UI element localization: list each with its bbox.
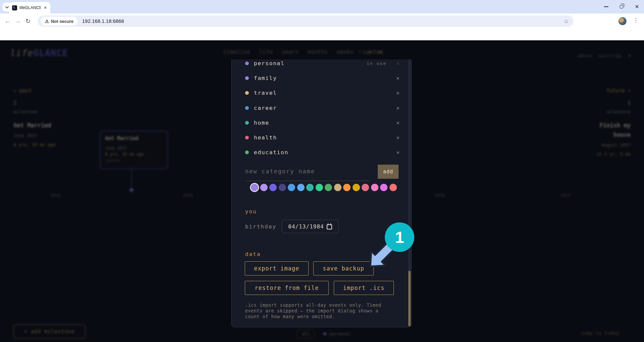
window-controls: ✕ xyxy=(602,0,641,13)
calendar-icon[interactable] xyxy=(327,224,332,229)
forward-button[interactable]: → xyxy=(13,17,23,25)
color-swatch[interactable] xyxy=(389,184,397,191)
category-row: travel ✕ xyxy=(232,86,407,100)
browser-menu-icon[interactable]: ⋮ xyxy=(633,17,639,24)
birthday-label: birthday xyxy=(245,223,282,230)
color-swatch-picker xyxy=(251,183,397,192)
color-swatch[interactable] xyxy=(306,184,314,191)
settings-modal: personal in use ✕ family ✕ travel xyxy=(231,59,412,327)
category-in-use-badge: in use xyxy=(367,61,386,66)
back-button[interactable]: ← xyxy=(3,17,13,25)
category-name: education xyxy=(254,149,288,156)
category-remove-icon[interactable]: ✕ xyxy=(395,75,401,81)
add-category-button[interactable]: add xyxy=(378,165,399,179)
app-page: lifeGLANCE timelinelifeyearsmonthsweeksc… xyxy=(0,40,644,342)
color-swatch[interactable] xyxy=(334,184,341,191)
color-swatch[interactable] xyxy=(279,184,286,191)
category-row: health ✕ xyxy=(232,130,407,145)
warning-icon: ⚠ xyxy=(45,19,49,24)
color-swatch[interactable] xyxy=(380,184,387,191)
tab-close-icon[interactable]: ✕ xyxy=(43,5,48,11)
birthday-date-input[interactable]: 04/13/1984 xyxy=(282,220,338,233)
new-category-section: new category name add xyxy=(245,165,399,181)
url-text: 192.168.1.18:6868 xyxy=(82,18,124,24)
annotation-step-number: 1 xyxy=(395,228,404,247)
chevron-down-icon xyxy=(5,5,9,8)
category-name: travel xyxy=(254,90,277,96)
minimize-button[interactable] xyxy=(602,3,610,10)
modal-scrollbar-thumb[interactable] xyxy=(408,271,411,326)
screen: lifeGLANCE ✕ ✕ ← → ↻ ⚠ Not secure 192.16… xyxy=(0,0,644,342)
category-color-dot xyxy=(245,151,249,154)
restore-button[interactable] xyxy=(618,3,625,10)
color-swatch[interactable] xyxy=(353,184,360,191)
category-name: personal xyxy=(254,60,284,67)
color-swatch[interactable] xyxy=(297,184,305,191)
birthday-row: birthday 04/13/1984 xyxy=(245,220,338,233)
category-remove-icon[interactable]: ✕ xyxy=(395,90,401,96)
export-image-button[interactable]: export image xyxy=(245,261,309,275)
category-row: education ✕ xyxy=(232,145,407,160)
category-remove-icon[interactable]: ✕ xyxy=(395,105,401,111)
restore-icon xyxy=(620,5,623,8)
minimize-icon xyxy=(604,6,608,7)
category-color-dot xyxy=(245,121,249,125)
category-row: family ✕ xyxy=(232,71,407,85)
you-section-header: you xyxy=(245,208,257,215)
color-swatch[interactable] xyxy=(343,184,351,191)
color-swatch[interactable] xyxy=(260,184,268,191)
tab-title: lifeGLANCE xyxy=(19,5,41,10)
security-label: Not secure xyxy=(51,19,74,24)
color-swatch[interactable] xyxy=(325,184,332,191)
category-color-dot xyxy=(245,76,249,80)
category-name: career xyxy=(254,105,277,111)
close-button[interactable]: ✕ xyxy=(633,3,641,10)
browser-toolbar: ← → ↻ ⚠ Not secure 192.168.1.18:6868 ☆ xyxy=(0,13,644,29)
category-remove-icon[interactable]: ✕ xyxy=(395,134,401,141)
category-name: home xyxy=(254,120,269,126)
bookmarks-strip xyxy=(0,29,644,40)
data-section-header: data xyxy=(245,251,261,257)
category-color-dot xyxy=(245,106,249,110)
profile-avatar[interactable] xyxy=(618,17,627,25)
category-name: health xyxy=(254,134,277,141)
category-row: career ✕ xyxy=(232,100,407,115)
category-name: family xyxy=(254,75,277,81)
category-row: personal in use ✕ xyxy=(232,59,407,71)
category-remove-icon[interactable]: ✕ xyxy=(395,60,401,67)
site-favicon xyxy=(12,5,17,10)
bookmark-star-icon[interactable]: ☆ xyxy=(564,18,569,25)
color-swatch[interactable] xyxy=(371,184,378,191)
browser-tab-strip: lifeGLANCE ✕ ✕ xyxy=(0,0,644,13)
color-swatch[interactable] xyxy=(316,184,323,191)
restore-from-file-button[interactable]: restore from file xyxy=(245,281,329,295)
category-color-dot xyxy=(245,91,249,95)
new-category-input[interactable]: new category name xyxy=(245,165,370,181)
security-chip[interactable]: ⚠ Not secure xyxy=(41,17,78,26)
category-list: personal in use ✕ family ✕ travel xyxy=(232,59,407,160)
color-swatch[interactable] xyxy=(269,184,277,191)
category-color-dot xyxy=(245,61,249,65)
address-bar[interactable]: ⚠ Not secure 192.168.1.18:6868 ☆ xyxy=(38,15,573,27)
category-remove-icon[interactable]: ✕ xyxy=(395,120,401,126)
category-remove-icon[interactable]: ✕ xyxy=(395,149,401,156)
import-ics-button[interactable]: import .ics xyxy=(334,281,394,295)
birthday-value: 04/13/1984 xyxy=(288,223,324,230)
category-row: home ✕ xyxy=(232,115,407,130)
color-swatch[interactable] xyxy=(251,184,258,191)
reload-button[interactable]: ↻ xyxy=(23,17,33,25)
browser-tab[interactable]: lifeGLANCE ✕ xyxy=(9,2,50,13)
category-color-dot xyxy=(245,136,249,139)
annotation-step-circle: 1 xyxy=(385,222,414,252)
color-swatch[interactable] xyxy=(362,184,369,191)
color-swatch[interactable] xyxy=(288,184,295,191)
ics-import-note: .ics import supports all-day events only… xyxy=(245,302,393,319)
